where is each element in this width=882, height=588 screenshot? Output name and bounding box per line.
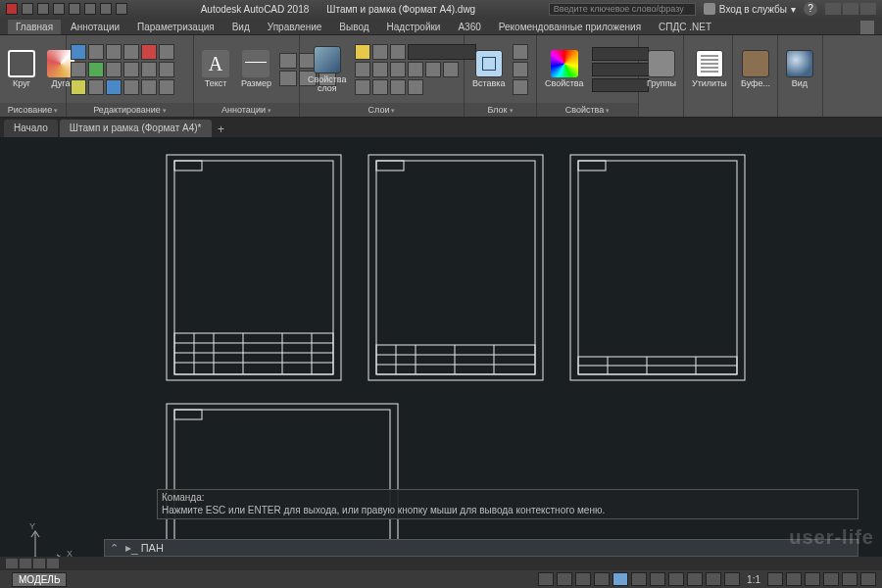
grid-toggle-icon[interactable] xyxy=(538,572,554,586)
dyninput-toggle-icon[interactable] xyxy=(650,572,665,586)
explode-icon[interactable] xyxy=(88,79,104,95)
layout-model-icon[interactable] xyxy=(6,559,18,568)
stretch-icon[interactable] xyxy=(106,44,122,60)
tab-view[interactable]: Вид xyxy=(224,20,258,34)
rotate-icon[interactable] xyxy=(123,44,139,60)
minimize-button[interactable] xyxy=(825,3,841,15)
layer-prev-icon[interactable] xyxy=(408,62,423,77)
layout-sheet1-icon[interactable] xyxy=(20,559,31,568)
saveas-icon[interactable] xyxy=(69,3,80,15)
layer-off-icon[interactable] xyxy=(372,62,388,77)
snap-toggle-icon[interactable] xyxy=(557,572,572,586)
panel-label-modify[interactable]: Редактирование xyxy=(67,103,193,117)
panel-label-layers[interactable]: Слои xyxy=(300,103,464,117)
tab-manage[interactable]: Управление xyxy=(260,20,330,34)
layer-walk-icon[interactable] xyxy=(425,62,441,77)
ortho-toggle-icon[interactable] xyxy=(575,572,591,586)
cycling-toggle-icon[interactable] xyxy=(706,572,721,586)
join-icon[interactable] xyxy=(141,79,157,95)
tab-a360[interactable]: A360 xyxy=(450,20,488,34)
utilities-button[interactable]: Утилиты xyxy=(688,48,731,90)
otrack-toggle-icon[interactable] xyxy=(631,572,647,586)
login-button[interactable]: Вход в службы ▾ xyxy=(704,3,796,15)
layer-state-icon[interactable] xyxy=(355,79,370,95)
tab-featured[interactable]: Рекомендованные приложения xyxy=(491,20,649,34)
panel-label-draw[interactable]: Рисование xyxy=(0,103,66,117)
command-history-toggle-icon[interactable]: ⌃ xyxy=(105,539,122,557)
panel-label-annotation[interactable]: Аннотации xyxy=(194,103,299,117)
layer-iso-icon[interactable] xyxy=(355,62,370,77)
chamfer-icon[interactable] xyxy=(123,62,139,77)
layer-on-icon[interactable] xyxy=(355,44,370,60)
ribbon-endtab-icon[interactable] xyxy=(860,21,874,34)
leader-icon[interactable] xyxy=(279,53,297,69)
lineweight-toggle-icon[interactable] xyxy=(668,572,684,586)
model-space[interactable]: Y X Команда: Нажмите ESC или ENTER для в… xyxy=(0,137,882,588)
extend-icon[interactable] xyxy=(88,62,104,77)
hardware-accel-icon[interactable] xyxy=(823,572,839,586)
help-icon[interactable]: ? xyxy=(804,2,817,16)
create-block-icon[interactable] xyxy=(513,44,528,60)
workspace-icon[interactable] xyxy=(786,572,802,586)
panel-label-block[interactable]: Блок xyxy=(465,103,536,117)
tab-output[interactable]: Вывод xyxy=(331,20,376,34)
properties-button[interactable]: Свойства xyxy=(541,48,588,90)
layer-lock-icon[interactable] xyxy=(390,44,406,60)
edit-block-icon[interactable] xyxy=(513,62,528,77)
customize-icon[interactable] xyxy=(860,572,876,586)
search-input[interactable]: Введите ключевое слово/фразу xyxy=(549,3,696,16)
fillet-icon[interactable] xyxy=(106,62,122,77)
layer-change-icon[interactable] xyxy=(372,79,388,95)
view-button[interactable]: Вид xyxy=(782,48,817,90)
panel-label-properties[interactable]: Свойства xyxy=(537,103,638,117)
layer-match-icon[interactable] xyxy=(390,62,406,77)
osnap-toggle-icon[interactable] xyxy=(612,572,628,586)
layer-copy-icon[interactable] xyxy=(390,79,406,95)
lengthen-icon[interactable] xyxy=(159,79,174,95)
tab-addins[interactable]: Надстройки xyxy=(379,20,449,34)
new-tab-button[interactable]: + xyxy=(214,122,229,137)
align-icon[interactable] xyxy=(106,79,122,95)
scale-icon[interactable] xyxy=(159,44,174,60)
tab-home[interactable]: Главная xyxy=(8,20,61,34)
offset-icon[interactable] xyxy=(159,62,174,77)
erase-icon[interactable] xyxy=(71,79,86,95)
polar-toggle-icon[interactable] xyxy=(594,572,610,586)
close-button[interactable] xyxy=(860,3,876,15)
hatch-icon[interactable] xyxy=(279,71,297,86)
break-icon[interactable] xyxy=(123,79,139,95)
undo-icon[interactable] xyxy=(100,3,112,15)
clipboard-button[interactable]: Буфе... xyxy=(737,48,774,90)
attribute-icon[interactable] xyxy=(513,79,528,95)
gear-icon[interactable] xyxy=(767,572,783,586)
layer-delete-icon[interactable] xyxy=(408,79,423,95)
layer-freeze-icon[interactable] xyxy=(372,44,388,60)
trim-icon[interactable] xyxy=(71,62,86,77)
insert-block-button[interactable]: Вставка xyxy=(468,48,509,90)
scale-label[interactable]: 1:1 xyxy=(743,574,764,585)
layer-properties-button[interactable]: Свойства слоя xyxy=(304,44,351,95)
annoscale-toggle-icon[interactable] xyxy=(724,572,740,586)
mirror-icon[interactable] xyxy=(141,44,157,60)
circle-button[interactable]: Круг xyxy=(4,48,39,90)
groups-button[interactable]: Группы xyxy=(643,48,680,90)
cleanscreen-icon[interactable] xyxy=(842,572,858,586)
text-button[interactable]: A Текст xyxy=(198,48,233,90)
dimension-button[interactable]: Размер xyxy=(237,48,275,90)
tab-spds[interactable]: СПДС .NET xyxy=(651,20,719,34)
move-icon[interactable] xyxy=(71,44,86,60)
maximize-button[interactable] xyxy=(843,3,858,15)
isolate-icon[interactable] xyxy=(805,572,820,586)
layout-add-icon[interactable] xyxy=(47,559,59,568)
open-icon[interactable] xyxy=(37,3,49,15)
new-icon[interactable] xyxy=(22,3,33,15)
transparency-toggle-icon[interactable] xyxy=(687,572,703,586)
copy-icon[interactable] xyxy=(88,44,104,60)
save-icon[interactable] xyxy=(53,3,65,15)
tab-parametric[interactable]: Параметризация xyxy=(129,20,222,34)
layout-sheet2-icon[interactable] xyxy=(33,559,45,568)
plot-icon[interactable] xyxy=(84,3,96,15)
array-icon[interactable] xyxy=(141,62,157,77)
layer-merge-icon[interactable] xyxy=(443,62,459,77)
start-tab[interactable]: Начало xyxy=(4,120,58,137)
